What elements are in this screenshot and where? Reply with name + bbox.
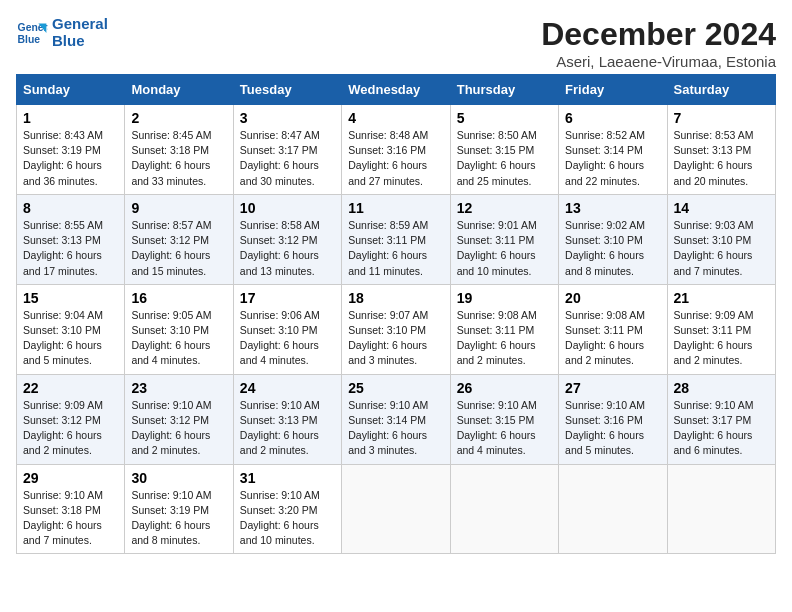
day-number: 18	[348, 290, 443, 306]
cell-info: Sunrise: 9:08 AM Sunset: 3:11 PM Dayligh…	[457, 308, 552, 369]
calendar-cell: 24Sunrise: 9:10 AM Sunset: 3:13 PM Dayli…	[233, 374, 341, 464]
calendar-cell: 22Sunrise: 9:09 AM Sunset: 3:12 PM Dayli…	[17, 374, 125, 464]
calendar-cell: 5Sunrise: 8:50 AM Sunset: 3:15 PM Daylig…	[450, 105, 558, 195]
calendar-cell: 12Sunrise: 9:01 AM Sunset: 3:11 PM Dayli…	[450, 194, 558, 284]
calendar-cell: 4Sunrise: 8:48 AM Sunset: 3:16 PM Daylig…	[342, 105, 450, 195]
day-number: 4	[348, 110, 443, 126]
cell-info: Sunrise: 9:10 AM Sunset: 3:20 PM Dayligh…	[240, 488, 335, 549]
calendar-cell: 18Sunrise: 9:07 AM Sunset: 3:10 PM Dayli…	[342, 284, 450, 374]
svg-text:Blue: Blue	[18, 33, 41, 44]
col-header-saturday: Saturday	[667, 75, 775, 105]
cell-info: Sunrise: 9:10 AM Sunset: 3:15 PM Dayligh…	[457, 398, 552, 459]
calendar-cell: 28Sunrise: 9:10 AM Sunset: 3:17 PM Dayli…	[667, 374, 775, 464]
calendar-cell: 2Sunrise: 8:45 AM Sunset: 3:18 PM Daylig…	[125, 105, 233, 195]
day-number: 12	[457, 200, 552, 216]
cell-info: Sunrise: 8:58 AM Sunset: 3:12 PM Dayligh…	[240, 218, 335, 279]
week-row-2: 8Sunrise: 8:55 AM Sunset: 3:13 PM Daylig…	[17, 194, 776, 284]
calendar-cell: 6Sunrise: 8:52 AM Sunset: 3:14 PM Daylig…	[559, 105, 667, 195]
cell-info: Sunrise: 9:10 AM Sunset: 3:19 PM Dayligh…	[131, 488, 226, 549]
day-number: 19	[457, 290, 552, 306]
calendar-cell: 7Sunrise: 8:53 AM Sunset: 3:13 PM Daylig…	[667, 105, 775, 195]
calendar-cell: 11Sunrise: 8:59 AM Sunset: 3:11 PM Dayli…	[342, 194, 450, 284]
calendar-cell	[450, 464, 558, 554]
calendar-cell: 23Sunrise: 9:10 AM Sunset: 3:12 PM Dayli…	[125, 374, 233, 464]
calendar-cell: 14Sunrise: 9:03 AM Sunset: 3:10 PM Dayli…	[667, 194, 775, 284]
day-number: 16	[131, 290, 226, 306]
day-number: 6	[565, 110, 660, 126]
col-header-monday: Monday	[125, 75, 233, 105]
calendar-cell: 16Sunrise: 9:05 AM Sunset: 3:10 PM Dayli…	[125, 284, 233, 374]
cell-info: Sunrise: 8:50 AM Sunset: 3:15 PM Dayligh…	[457, 128, 552, 189]
cell-info: Sunrise: 9:10 AM Sunset: 3:16 PM Dayligh…	[565, 398, 660, 459]
cell-info: Sunrise: 8:53 AM Sunset: 3:13 PM Dayligh…	[674, 128, 769, 189]
day-number: 7	[674, 110, 769, 126]
main-title: December 2024	[541, 16, 776, 53]
cell-info: Sunrise: 9:10 AM Sunset: 3:12 PM Dayligh…	[131, 398, 226, 459]
calendar-cell: 8Sunrise: 8:55 AM Sunset: 3:13 PM Daylig…	[17, 194, 125, 284]
cell-info: Sunrise: 9:04 AM Sunset: 3:10 PM Dayligh…	[23, 308, 118, 369]
day-number: 31	[240, 470, 335, 486]
week-row-3: 15Sunrise: 9:04 AM Sunset: 3:10 PM Dayli…	[17, 284, 776, 374]
cell-info: Sunrise: 9:10 AM Sunset: 3:17 PM Dayligh…	[674, 398, 769, 459]
calendar-cell: 21Sunrise: 9:09 AM Sunset: 3:11 PM Dayli…	[667, 284, 775, 374]
cell-info: Sunrise: 9:08 AM Sunset: 3:11 PM Dayligh…	[565, 308, 660, 369]
cell-info: Sunrise: 9:02 AM Sunset: 3:10 PM Dayligh…	[565, 218, 660, 279]
day-number: 20	[565, 290, 660, 306]
calendar-cell: 26Sunrise: 9:10 AM Sunset: 3:15 PM Dayli…	[450, 374, 558, 464]
day-number: 22	[23, 380, 118, 396]
logo-icon: General Blue	[16, 17, 48, 49]
day-number: 28	[674, 380, 769, 396]
day-number: 8	[23, 200, 118, 216]
calendar-cell: 19Sunrise: 9:08 AM Sunset: 3:11 PM Dayli…	[450, 284, 558, 374]
calendar-cell: 3Sunrise: 8:47 AM Sunset: 3:17 PM Daylig…	[233, 105, 341, 195]
cell-info: Sunrise: 8:45 AM Sunset: 3:18 PM Dayligh…	[131, 128, 226, 189]
calendar-cell: 29Sunrise: 9:10 AM Sunset: 3:18 PM Dayli…	[17, 464, 125, 554]
day-number: 29	[23, 470, 118, 486]
calendar-cell: 20Sunrise: 9:08 AM Sunset: 3:11 PM Dayli…	[559, 284, 667, 374]
cell-info: Sunrise: 8:52 AM Sunset: 3:14 PM Dayligh…	[565, 128, 660, 189]
cell-info: Sunrise: 8:55 AM Sunset: 3:13 PM Dayligh…	[23, 218, 118, 279]
calendar-cell: 31Sunrise: 9:10 AM Sunset: 3:20 PM Dayli…	[233, 464, 341, 554]
calendar-cell: 27Sunrise: 9:10 AM Sunset: 3:16 PM Dayli…	[559, 374, 667, 464]
day-number: 1	[23, 110, 118, 126]
day-number: 27	[565, 380, 660, 396]
page-header: General Blue General Blue December 2024 …	[16, 16, 776, 70]
cell-info: Sunrise: 9:10 AM Sunset: 3:13 PM Dayligh…	[240, 398, 335, 459]
day-number: 17	[240, 290, 335, 306]
day-number: 30	[131, 470, 226, 486]
logo: General Blue General Blue	[16, 16, 108, 49]
calendar-cell: 13Sunrise: 9:02 AM Sunset: 3:10 PM Dayli…	[559, 194, 667, 284]
day-number: 10	[240, 200, 335, 216]
calendar-cell	[667, 464, 775, 554]
logo-line1: General	[52, 16, 108, 33]
day-number: 25	[348, 380, 443, 396]
calendar-header-row: SundayMondayTuesdayWednesdayThursdayFrid…	[17, 75, 776, 105]
cell-info: Sunrise: 9:05 AM Sunset: 3:10 PM Dayligh…	[131, 308, 226, 369]
week-row-4: 22Sunrise: 9:09 AM Sunset: 3:12 PM Dayli…	[17, 374, 776, 464]
calendar-cell: 17Sunrise: 9:06 AM Sunset: 3:10 PM Dayli…	[233, 284, 341, 374]
calendar-cell	[342, 464, 450, 554]
calendar-cell: 15Sunrise: 9:04 AM Sunset: 3:10 PM Dayli…	[17, 284, 125, 374]
calendar-cell: 10Sunrise: 8:58 AM Sunset: 3:12 PM Dayli…	[233, 194, 341, 284]
calendar-cell: 25Sunrise: 9:10 AM Sunset: 3:14 PM Dayli…	[342, 374, 450, 464]
cell-info: Sunrise: 9:07 AM Sunset: 3:10 PM Dayligh…	[348, 308, 443, 369]
day-number: 13	[565, 200, 660, 216]
title-block: December 2024 Aseri, Laeaene-Virumaa, Es…	[541, 16, 776, 70]
cell-info: Sunrise: 8:48 AM Sunset: 3:16 PM Dayligh…	[348, 128, 443, 189]
week-row-1: 1Sunrise: 8:43 AM Sunset: 3:19 PM Daylig…	[17, 105, 776, 195]
day-number: 3	[240, 110, 335, 126]
cell-info: Sunrise: 8:43 AM Sunset: 3:19 PM Dayligh…	[23, 128, 118, 189]
cell-info: Sunrise: 9:10 AM Sunset: 3:14 PM Dayligh…	[348, 398, 443, 459]
day-number: 23	[131, 380, 226, 396]
cell-info: Sunrise: 9:01 AM Sunset: 3:11 PM Dayligh…	[457, 218, 552, 279]
day-number: 14	[674, 200, 769, 216]
day-number: 24	[240, 380, 335, 396]
week-row-5: 29Sunrise: 9:10 AM Sunset: 3:18 PM Dayli…	[17, 464, 776, 554]
col-header-wednesday: Wednesday	[342, 75, 450, 105]
calendar-cell	[559, 464, 667, 554]
day-number: 9	[131, 200, 226, 216]
cell-info: Sunrise: 9:03 AM Sunset: 3:10 PM Dayligh…	[674, 218, 769, 279]
day-number: 11	[348, 200, 443, 216]
cell-info: Sunrise: 9:09 AM Sunset: 3:12 PM Dayligh…	[23, 398, 118, 459]
calendar-cell: 1Sunrise: 8:43 AM Sunset: 3:19 PM Daylig…	[17, 105, 125, 195]
